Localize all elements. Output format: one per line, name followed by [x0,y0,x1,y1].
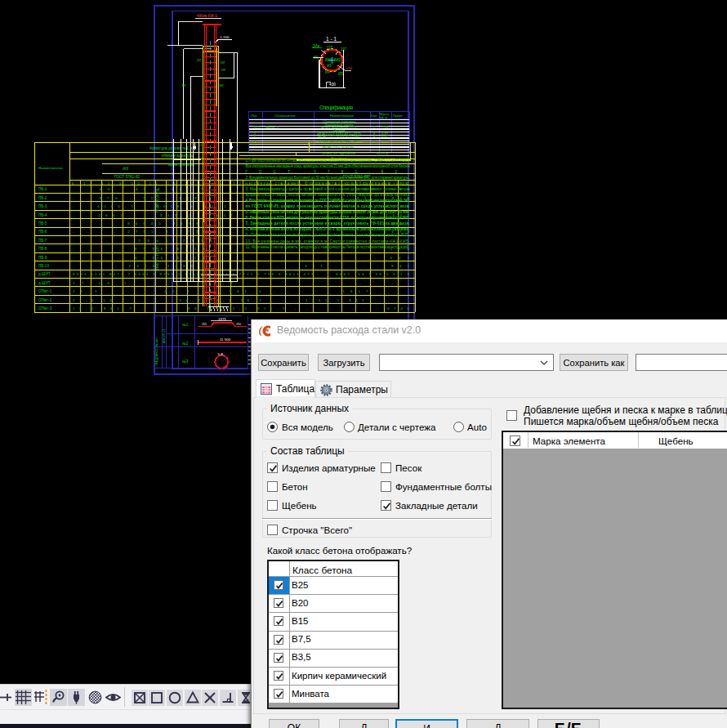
svg-text:№1: №1 [182,323,189,327]
svg-text:⌀8 АI ГОСТ 5781-82*: ⌀8 АI ГОСТ 5781-82* [323,145,355,149]
svg-text:арматура полн.: арматура полн. [168,163,195,167]
svg-text:асфальтовой стяжки, после затя: асфальтовой стяжки, после затяжки замоно… [246,192,410,197]
svg-text:8И1: 8И1 [325,58,332,62]
svg-text:ЗИ: ЗИ [219,83,224,87]
svg-text:6. Бетон класса В25, марка по: 6. Бетон класса В25, марка по морозостой… [246,215,410,220]
svg-text:ПБ-6: ПБ-6 [38,230,47,234]
svg-text:Спецификация: Спецификация [319,105,353,111]
svg-text:Наименование: Наименование [330,114,355,118]
svg-text:И4: И4 [325,70,330,74]
svg-text:ЗИ: ЗИ [181,83,186,87]
svg-text:АIII: АIII [123,167,128,171]
svg-text:ВЕДОМОСТЬ дет.: ВЕДОМОСТЬ дет. [154,337,158,364]
svg-text:ПОДП. И ДАТА: ПОДП. И ДАТА [155,189,159,212]
svg-text:7,25: 7,25 [381,125,389,129]
svg-text:Кол.: Кол. [371,114,377,118]
svg-text:-1.150: -1.150 [219,35,230,39]
svg-text:ОПмт-1: ОПмт-1 [38,289,52,293]
svg-text:21,1 - - - - 21,1 - -: 21,1 - - - - 21,1 - - 241,1 - - - - - 16… [73,289,410,293]
svg-text:т10: т10 [346,66,352,70]
svg-text:ОПмт-3: ОПмт-3 [38,306,52,310]
svg-text:11 500: 11 500 [220,337,231,342]
svg-text:4Жим КЖ-1: 4Жим КЖ-1 [197,14,217,18]
svg-text:1И: 1И [197,58,201,62]
svg-text:⌀8 АI ГОСТ 5781-82 L=960: ⌀8 АI ГОСТ 5781-82 L=960 [318,134,360,138]
svg-text:ГОСТ 5781-82: ГОСТ 5781-82 [114,175,140,179]
svg-text:11,1 861,7 - - - - 86,1: 11,1 861,7 - - - - 86,1 561,1 311,1 - - … [73,306,410,310]
svg-text:ПБ-4: ПБ-4 [38,213,47,217]
svg-text:4. Все сварные соединения выпо: 4. Все сварные соединения выполнять по Г… [246,199,410,203]
svg-text:обвязка арматуры: обвязка арматуры [162,154,194,158]
svg-text:по ГОСТ 9467-75, сварку произв: по ГОСТ 9467-75, сварку производить полу… [246,204,410,208]
svg-text:№3: №3 [182,360,189,364]
svg-text:Наименование: Наименование [38,166,64,170]
svg-text:И1: И1 [327,64,332,68]
svg-text:ОПмт-2: ОПмт-2 [38,298,52,302]
svg-text:Поз.: Поз. [251,114,257,118]
svg-text:255: 255 [236,323,241,326]
svg-text:8И2: 8И2 [334,58,341,62]
svg-text:Приме: Приме [393,114,403,118]
svg-text:ПБ-1: ПБ-1 [38,187,47,191]
svg-text:М1: М1 [314,56,319,60]
svg-text:8. Монтаж колонн вести по сери: 8. Монтаж колонн вести по серии 1.420.3-… [246,227,410,231]
svg-text:3. Монтажную арматуру крепить: 3. Монтажную арматуру крепить по верхней… [246,186,410,191]
svg-text:д.ШУП: д.ШУП [38,281,50,285]
svg-text:№2: №2 [182,342,189,346]
svg-text:Арматура до шва №1, кг: Арматура до шва №1, кг [149,146,194,150]
svg-text:5 В: 5 В [218,352,224,356]
svg-text:Атлас-1: Атлас-1 [266,125,279,129]
svg-text:11. Монтажные петли срезать за: 11. Монтажные петли срезать заподлицо с … [246,244,410,249]
svg-text:9. Отметки низа колонн выверит: 9. Отметки низа колонн выверить до замон… [246,233,410,237]
svg-text:ПБ-3: ПБ-3 [38,204,47,208]
svg-text:2И: 2И [221,68,225,72]
svg-text:1 - 1: 1 - 1 [326,36,337,42]
svg-text:28.3: 28.3 [253,125,261,129]
svg-text:1. При изготовлении по Атлас А: 1. При изготовлении по Атлас АП в сухопу… [246,159,410,163]
svg-text:27,6 56,7 - - - - 36,7: 27,6 56,7 - - - - 36,7 24,1 56,1 - - - 1… [73,298,410,302]
svg-text:д.ШУП: д.ШУП [38,272,50,276]
svg-text:ПБ-9: ПБ-9 [38,256,47,260]
svg-text:11Г: 11Г [327,46,333,50]
svg-text:7. Закладные детали после уста: 7. Закладные детали после установки и св… [246,221,410,226]
svg-text:ПБ-7: ПБ-7 [38,239,47,243]
svg-text:ПБ-8: ПБ-8 [38,247,47,251]
svg-text:Все изготовленные закладные со: Все изготовленные закладные соед. армату… [246,163,410,168]
svg-text:10. Все размеры даны в мм, отм: 10. Все размеры даны в мм, отметки в м. … [246,239,410,243]
svg-text:1И: 1И [221,60,225,65]
svg-text:АЖ 25.13: АЖ 25.13 [162,328,166,343]
svg-text:1975: 1975 [218,317,226,321]
svg-text:И5: И5 [338,72,343,76]
svg-text:ПБ-5: ПБ-5 [38,221,47,226]
svg-text:2Иж: 2Иж [313,44,321,48]
svg-text:5. Защитный слой бетона для ра: 5. Защитный слой бетона для рабочей арма… [246,209,410,214]
svg-text:Обозначение: Обозначение [274,114,297,118]
svg-text:430: 430 [329,83,336,87]
svg-text:ПБ-2: ПБ-2 [38,196,47,200]
svg-text:255: 255 [202,323,207,326]
svg-text:т1: т1 [198,143,203,147]
svg-text:0,47: 0,47 [381,134,389,138]
svg-text:ед. кг: ед. кг [380,116,388,119]
svg-text:2. Фундаментальную арматуру Бо: 2. Фундаментальную арматуру Болтовкой до… [246,175,410,180]
svg-text:ПБ-10: ПБ-10 [38,264,49,268]
svg-text:ИНВ. № ПОДЛ.: ИНВ. № ПОДЛ. [155,245,159,270]
